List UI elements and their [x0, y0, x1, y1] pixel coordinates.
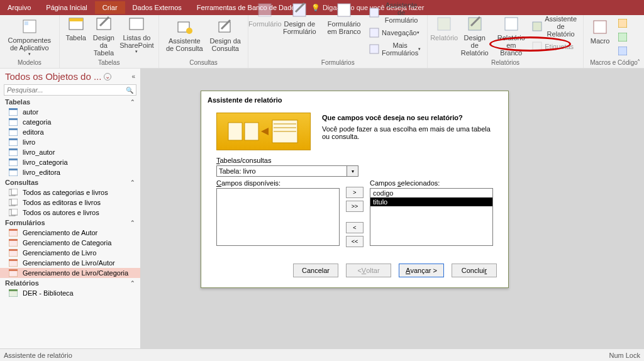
more-forms-button[interactable]: Mais Formulários▾: [367, 40, 423, 58]
form-wizard-button[interactable]: Assistente de Formulário: [367, 0, 423, 26]
available-fields-list[interactable]: [216, 188, 340, 246]
nav-item-table[interactable]: livro_categoria: [0, 157, 140, 167]
table-design-button[interactable]: Design da Tabela: [89, 13, 119, 58]
nav-item-label: categoria: [23, 118, 51, 126]
nav-search[interactable]: 🔍: [4, 84, 136, 96]
svg-rect-31: [9, 118, 18, 120]
navigation-button[interactable]: Navegação▾: [367, 26, 422, 40]
list-item[interactable]: codigo: [370, 189, 492, 197]
module-button[interactable]: [615, 16, 640, 30]
svg-rect-29: [9, 108, 18, 110]
nav-item-table[interactable]: editora: [0, 127, 140, 137]
macro-button[interactable]: Macro: [587, 16, 613, 47]
section-tables[interactable]: Tabelas⌃: [0, 97, 140, 107]
shutter-bar-icon[interactable]: «: [131, 73, 135, 80]
svg-rect-14: [338, 4, 350, 16]
section-reports[interactable]: Relatórios⌃: [0, 278, 140, 288]
query-design-button[interactable]: Design da Consulta: [206, 16, 244, 54]
combo-dropdown-button[interactable]: ▾: [347, 165, 358, 177]
nav-item-label: Gerenciamento de Livro: [23, 249, 96, 257]
nav-item-label: livro_editora: [23, 169, 60, 176]
application-parts-button[interactable]: Componentes de Aplicativo▾: [4, 16, 55, 58]
wizard-image: [216, 113, 311, 150]
blank-form-button[interactable]: Formulário em Branco: [321, 0, 367, 37]
report-wizard-dialog: Assistente de relatório Que campos você …: [201, 91, 509, 288]
nav-item-table[interactable]: livro_autor: [0, 147, 140, 157]
cancel-button[interactable]: Cancelar: [293, 264, 338, 277]
nav-item-table[interactable]: livro: [0, 137, 140, 147]
nav-item-label: DER - Biblioteca: [23, 289, 74, 297]
remove-field-button[interactable]: <: [346, 222, 364, 233]
macro-icon: [591, 18, 609, 36]
wizard-hint: Você pode fazer a sua escolha em mais de…: [322, 125, 493, 140]
class-module-icon: [618, 32, 628, 42]
nav-item-form[interactable]: Gerenciamento de Livro/Categoria: [0, 268, 140, 278]
vb-icon: [618, 46, 628, 56]
table-icon: [9, 148, 18, 156]
svg-rect-24: [594, 21, 606, 33]
selected-fields-list[interactable]: codigotitulo: [370, 188, 493, 246]
report-design-button[interactable]: Design de Relatório: [457, 13, 492, 58]
svg-rect-37: [9, 148, 18, 150]
available-fields-label: Campos disponíveis:: [216, 179, 340, 187]
tab-external[interactable]: Dados Externos: [125, 1, 189, 14]
table-icon: [67, 15, 85, 33]
next-button[interactable]: Avançar >: [399, 264, 444, 277]
app-parts-icon: [21, 18, 38, 35]
nav-item-table[interactable]: livro_editora: [0, 167, 140, 177]
report-wizard-icon: [532, 21, 542, 31]
add-field-button[interactable]: >: [346, 187, 364, 198]
remove-all-fields-button[interactable]: <<: [346, 236, 364, 247]
nav-item-form[interactable]: Gerenciamento de Autor: [0, 228, 140, 238]
sharepoint-lists-button[interactable]: Listas do SharePoint▾: [119, 13, 155, 56]
visual-basic-button[interactable]: [615, 44, 640, 58]
section-queries[interactable]: Consultas⌃: [0, 177, 140, 187]
nav-item-label: Gerenciamento de Autor: [23, 229, 97, 236]
table-icon: [9, 118, 18, 126]
blank-report-icon: [502, 15, 520, 33]
module-icon: [618, 18, 628, 28]
section-forms[interactable]: Formulários⌃: [0, 218, 140, 228]
nav-item-form[interactable]: Gerenciamento de Livro: [0, 248, 140, 258]
form-wizard-icon: [369, 8, 379, 18]
add-all-fields-button[interactable]: >>: [346, 201, 364, 212]
nav-item-table[interactable]: autor: [0, 107, 140, 117]
svg-rect-27: [618, 47, 627, 55]
class-module-button[interactable]: [615, 30, 640, 44]
canvas: Assistente de relatório Que campos você …: [141, 69, 644, 348]
ribbon-group-reports: Relatório Design de Relatório Relatório …: [428, 15, 584, 68]
query-wizard-button[interactable]: Assistente de Consulta: [163, 16, 206, 54]
nav-item-report[interactable]: DER - Biblioteca: [0, 288, 140, 298]
collapse-ribbon-icon[interactable]: ˄: [637, 58, 640, 65]
tab-file[interactable]: Arquivo: [0, 1, 38, 14]
nav-item-query[interactable]: Todos as editoras e livros: [0, 197, 140, 208]
nav-dropdown-icon[interactable]: ⌄: [104, 73, 111, 81]
svg-rect-59: [9, 289, 18, 291]
search-input[interactable]: [4, 86, 126, 94]
nav-item-form[interactable]: Gerenciamento de Categoria: [0, 238, 140, 248]
nav-item-label: editora: [23, 128, 44, 136]
form-design-button[interactable]: Design de Formulário: [277, 0, 321, 37]
nav-item-query[interactable]: Todos as categorias e livros: [0, 187, 140, 197]
tables-queries-combo[interactable]: ▾: [216, 165, 358, 177]
nav-item-form[interactable]: Gerenciamento de Livro/Autor: [0, 258, 140, 268]
tables-queries-value[interactable]: [216, 165, 347, 177]
finish-button[interactable]: Concluir: [452, 264, 497, 277]
svg-rect-19: [469, 18, 481, 30]
svg-rect-45: [11, 199, 18, 205]
svg-rect-47: [11, 209, 18, 215]
blank-report-button[interactable]: Relatório em Branco: [492, 13, 530, 58]
labels-button: Etiquetas: [530, 40, 576, 53]
nav-item-query[interactable]: Todos os autores e livros: [0, 208, 140, 218]
svg-rect-18: [438, 18, 450, 30]
form-button: Formulário: [252, 0, 277, 30]
sharepoint-icon: [128, 15, 145, 33]
chevron-up-icon: ⌃: [130, 219, 135, 226]
list-item[interactable]: titulo: [370, 197, 492, 206]
tab-create[interactable]: Criar: [95, 1, 125, 14]
nav-title[interactable]: Todos os Objetos do ... ⌄ «: [0, 69, 140, 83]
tab-home[interactable]: Página Inicial: [38, 1, 94, 14]
report-wizard-button[interactable]: Assistente de Relatório: [530, 13, 579, 40]
nav-item-table[interactable]: categoria: [0, 117, 140, 127]
table-button[interactable]: Tabela: [64, 13, 89, 43]
